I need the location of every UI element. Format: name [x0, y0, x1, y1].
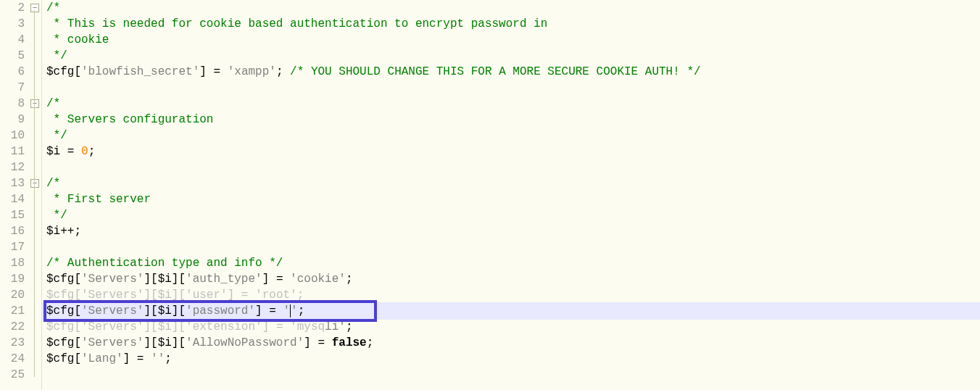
comment-text: * Servers configuration: [46, 113, 213, 126]
code-line-12[interactable]: [46, 159, 980, 175]
code-line-23[interactable]: $cfg['Servers'][$i]['AllowNoPassword'] =…: [46, 335, 980, 351]
line-number: 24: [0, 351, 25, 367]
comment-text: */: [46, 209, 67, 222]
code-line-15[interactable]: */: [46, 207, 980, 223]
line-number: 7: [0, 80, 25, 96]
variable: $cfg: [46, 65, 74, 78]
variable: $cfg: [46, 352, 74, 365]
code-line-11[interactable]: $i = 0;: [46, 144, 980, 159]
line-number: 4: [0, 32, 25, 48]
line-number: 12: [0, 159, 25, 175]
fold-column: −−−: [29, 0, 42, 390]
code-line-4[interactable]: * cookie: [46, 32, 980, 48]
comment-text: /*: [46, 177, 60, 190]
line-number: 22: [0, 319, 25, 335]
line-number: 9: [0, 112, 25, 128]
code-line-2[interactable]: /*: [46, 0, 980, 16]
comment-text: * This is needed for cookie based authen…: [46, 17, 547, 30]
fold-toggle-icon[interactable]: −: [30, 99, 39, 108]
code-line-9[interactable]: * Servers configuration: [46, 112, 980, 128]
code-editor[interactable]: 2345678910111213141516171819202122232425…: [0, 0, 980, 390]
code-line-13[interactable]: /*: [46, 175, 980, 191]
code-line-20[interactable]: $cfg['Servers'][$i]['user'] = 'root';: [46, 287, 980, 303]
line-number: 25: [0, 367, 25, 383]
variable: $cfg: [46, 304, 74, 318]
comment-text: * cookie: [46, 33, 109, 46]
fold-toggle-icon[interactable]: −: [30, 179, 39, 188]
variable: $cfg: [46, 336, 74, 349]
fold-toggle-icon[interactable]: −: [30, 4, 39, 12]
line-number: 16: [0, 223, 25, 239]
code-line-7[interactable]: [46, 80, 980, 96]
variable: $i: [46, 225, 60, 238]
comment-text: * First server: [46, 193, 151, 206]
comment-text: /*: [46, 1, 60, 14]
code-area[interactable]: /* * This is needed for cookie based aut…: [42, 0, 980, 390]
line-number: 13: [0, 175, 25, 191]
line-number: 17: [0, 239, 25, 255]
line-number: 20: [0, 287, 25, 303]
code-line-18[interactable]: /* Authentication type and info */: [46, 255, 980, 271]
code-line-8[interactable]: /*: [46, 96, 980, 112]
code-line-25[interactable]: [46, 367, 980, 383]
code-line-22[interactable]: $cfg['Servers'][$i]['extension'] = 'mysq…: [46, 319, 980, 335]
string-value: 'xampp': [228, 65, 276, 78]
line-number: 19: [0, 271, 25, 287]
comment-text: /*: [46, 97, 60, 110]
number: 0: [81, 145, 88, 158]
line-number: 23: [0, 335, 25, 351]
comment-text: */: [46, 49, 67, 62]
code-line-3[interactable]: * This is needed for cookie based authen…: [46, 16, 980, 32]
variable: $i: [46, 145, 60, 158]
line-number: 10: [0, 128, 25, 144]
code-line-24[interactable]: $cfg['Lang'] = '';: [46, 351, 980, 367]
line-number: 18: [0, 255, 25, 271]
variable: $cfg: [46, 273, 74, 286]
line-number-gutter: 2345678910111213141516171819202122232425: [0, 0, 29, 390]
line-number: 6: [0, 64, 25, 80]
code-line-21[interactable]: $cfg['Servers'][$i]['password'] = '';: [46, 303, 980, 319]
line-number: 15: [0, 207, 25, 223]
keyword-false: false: [332, 336, 367, 349]
code-line-16[interactable]: $i++;: [46, 223, 980, 239]
comment-text: */: [46, 129, 67, 142]
string-key: 'blowfish_secret': [81, 65, 199, 78]
line-number: 5: [0, 48, 25, 64]
comment-text: /* YOU SHOULD CHANGE THIS FOR A MORE SEC…: [283, 65, 701, 78]
line-number: 2: [0, 0, 25, 16]
code-line-6[interactable]: $cfg['blowfish_secret'] = 'xampp'; /* YO…: [46, 64, 980, 80]
comment-text: /* Authentication type and info */: [46, 257, 283, 270]
line-number: 11: [0, 144, 25, 159]
code-line-19[interactable]: $cfg['Servers'][$i]['auth_type'] = 'cook…: [46, 271, 980, 287]
code-line-10[interactable]: */: [46, 128, 980, 144]
code-line-14[interactable]: * First server: [46, 191, 980, 207]
code-line-17[interactable]: [46, 239, 980, 255]
line-number: 8: [0, 96, 25, 112]
line-number: 21: [0, 303, 25, 319]
line-number: 14: [0, 191, 25, 207]
code-line-5[interactable]: */: [46, 48, 980, 64]
line-number: 3: [0, 16, 25, 32]
